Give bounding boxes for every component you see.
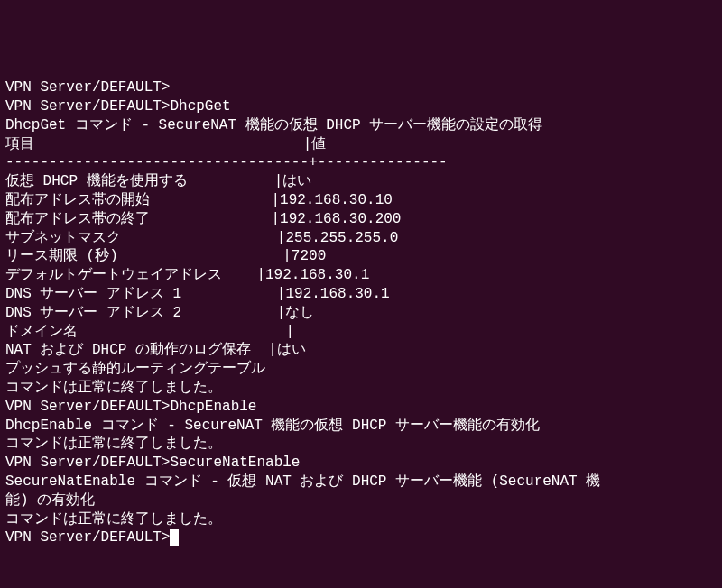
- command-securenatenable: VPN Server/DEFAULT>SecureNatEnable: [5, 454, 717, 473]
- completed-message: コマンドは正常に終了しました。: [5, 435, 717, 454]
- command-dhcpget: VPN Server/DEFAULT>DhcpGet: [5, 97, 717, 116]
- table-row: リース期限 (秒) |7200: [5, 247, 717, 266]
- table-row: NAT および DHCP の動作のログ保存 |はい: [5, 341, 717, 360]
- table-row: DNS サーバー アドレス 2 |なし: [5, 304, 717, 323]
- table-row: 配布アドレス帯の終了 |192.168.30.200: [5, 210, 717, 229]
- securenatenable-description: SecureNatEnable コマンド - 仮想 NAT および DHCP サ…: [5, 473, 717, 492]
- dhcpget-description: DhcpGet コマンド - SecureNAT 機能の仮想 DHCP サーバー…: [5, 116, 717, 135]
- completed-message: コマンドは正常に終了しました。: [5, 379, 717, 398]
- cursor-icon: [170, 529, 179, 546]
- terminal-output: VPN Server/DEFAULT>VPN Server/DEFAULT>Dh…: [5, 78, 717, 547]
- table-separator: -----------------------------------+----…: [5, 153, 717, 172]
- prompt-line: VPN Server/DEFAULT>: [5, 78, 717, 97]
- dhcpenable-description: DhcpEnable コマンド - SecureNAT 機能の仮想 DHCP サ…: [5, 417, 717, 436]
- command-dhcpenable: VPN Server/DEFAULT>DhcpEnable: [5, 398, 717, 417]
- securenatenable-description: 能) の有効化: [5, 492, 717, 510]
- table-row: プッシュする静的ルーティングテーブル: [5, 360, 717, 379]
- table-row: デフォルトゲートウェイアドレス |192.168.30.1: [5, 266, 717, 285]
- table-row: DNS サーバー アドレス 1 |192.168.30.1: [5, 285, 717, 304]
- table-row: 配布アドレス帯の開始 |192.168.30.10: [5, 191, 717, 210]
- table-row: 仮想 DHCP 機能を使用する |はい: [5, 172, 717, 191]
- table-row: ドメイン名 |: [5, 323, 717, 342]
- prompt-active[interactable]: VPN Server/DEFAULT>: [5, 528, 717, 547]
- table-row: サブネットマスク |255.255.255.0: [5, 229, 717, 248]
- table-header: 項目 |値: [5, 135, 717, 154]
- completed-message: コマンドは正常に終了しました。: [5, 510, 717, 529]
